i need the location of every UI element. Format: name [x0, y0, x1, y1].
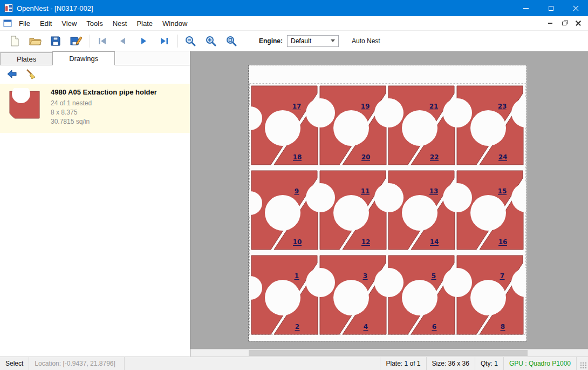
tab-drawings[interactable]: Drawings: [52, 51, 115, 65]
svg-text:14: 14: [430, 238, 439, 246]
svg-text:12: 12: [361, 238, 371, 246]
next-plate-button[interactable]: [135, 33, 152, 49]
svg-text:2: 2: [295, 323, 299, 331]
svg-text:13: 13: [429, 187, 439, 195]
menu-item-window[interactable]: Window: [158, 17, 192, 30]
title-bar: OpenNest - [N0317-002]: [0, 0, 588, 16]
svg-text:7: 7: [500, 272, 504, 280]
plate[interactable]: 171819202122232491011121314151612345678: [249, 65, 527, 341]
auto-nest-button[interactable]: Auto Nest: [347, 35, 385, 47]
menu-item-view[interactable]: View: [57, 17, 81, 30]
close-icon: [573, 5, 579, 11]
zoom-fit-icon: [225, 35, 237, 47]
svg-text:5: 5: [432, 272, 436, 280]
svg-text:4: 4: [364, 323, 368, 331]
menu-item-plate[interactable]: Plate: [132, 17, 158, 30]
mdi-window-controls: [544, 18, 585, 29]
last-icon: [159, 36, 169, 46]
zoom-out-icon: [184, 35, 196, 47]
move-part-button[interactable]: [4, 67, 19, 81]
scrollbar-thumb[interactable]: [249, 350, 528, 356]
zoom-out-button[interactable]: [182, 33, 199, 49]
maximize-button[interactable]: [538, 0, 563, 16]
drawing-area: 30.7815 sq/in: [51, 117, 157, 126]
svg-text:6: 6: [432, 323, 436, 331]
main-toolbar: Engine: Default Auto Nest: [0, 31, 588, 51]
svg-text:10: 10: [293, 238, 302, 246]
svg-text:11: 11: [361, 187, 370, 195]
horizontal-scrollbar[interactable]: [190, 349, 588, 356]
save-as-icon: [70, 35, 83, 47]
engine-value: Default: [291, 37, 331, 45]
app-icon: [4, 4, 13, 12]
chevron-down-icon: [331, 39, 335, 42]
next-icon: [138, 36, 149, 46]
tab-plates[interactable]: Plates: [0, 52, 53, 65]
clear-button[interactable]: [24, 67, 39, 81]
previous-icon: [118, 36, 128, 46]
zoom-in-button[interactable]: [203, 33, 219, 49]
mdi-restore-button[interactable]: [558, 18, 571, 29]
drawing-nested-count: 24 of 1 nested: [51, 99, 157, 108]
svg-text:8: 8: [501, 323, 505, 331]
toolbar-separator: [177, 35, 178, 48]
svg-text:15: 15: [498, 187, 507, 195]
svg-text:24: 24: [498, 153, 508, 161]
menu-item-edit[interactable]: Edit: [35, 17, 57, 30]
new-file-icon: [9, 35, 20, 47]
maximize-icon: [549, 6, 553, 11]
close-button[interactable]: [563, 0, 588, 16]
side-panel: Plates Drawings 4980 A05 Extra: [0, 51, 190, 356]
mdi-minimize-button[interactable]: [544, 18, 557, 29]
svg-text:19: 19: [361, 103, 370, 110]
app-window: { "window": { "title": "OpenNest - [N031…: [0, 0, 588, 370]
content-area: Plates Drawings 4980 A05 Extra: [0, 51, 588, 356]
drawing-info: 4980 A05 Extraction pipe holder 24 of 1 …: [51, 88, 157, 126]
menu-item-nest[interactable]: Nest: [108, 17, 132, 30]
minimize-button[interactable]: [514, 0, 538, 16]
engine-select[interactable]: Default: [287, 35, 339, 47]
toolbar-separator: [90, 35, 90, 48]
drawing-list-item[interactable]: 4980 A05 Extraction pipe holder 24 of 1 …: [0, 84, 190, 133]
first-icon: [97, 36, 108, 46]
save-icon: [50, 35, 61, 47]
resize-grip-cell: [576, 357, 588, 370]
nest-canvas[interactable]: 171819202122232491011121314151612345678: [190, 51, 588, 356]
svg-text:20: 20: [361, 153, 371, 161]
resize-grip[interactable]: [580, 362, 587, 369]
window-controls: [514, 0, 588, 16]
mdi-restore-icon: [562, 22, 566, 25]
svg-text:17: 17: [292, 103, 302, 110]
status-size: Size: 36 x 36: [426, 357, 475, 370]
last-plate-button[interactable]: [156, 33, 172, 49]
tab-strip: Plates Drawings: [0, 51, 190, 65]
svg-text:3: 3: [363, 272, 367, 280]
zoom-in-icon: [205, 35, 217, 47]
first-plate-button[interactable]: [94, 33, 111, 49]
svg-text:21: 21: [429, 103, 439, 110]
svg-text:1: 1: [295, 272, 299, 280]
status-qty: Qty: 1: [475, 357, 503, 370]
window-title: OpenNest - [N0317-002]: [17, 4, 93, 12]
document-icon: [3, 19, 12, 27]
minimize-icon: [523, 8, 529, 9]
engine-group: Engine: Default Auto Nest: [259, 35, 385, 47]
broom-icon: [25, 68, 37, 80]
zoom-fit-button[interactable]: [223, 33, 240, 49]
engine-label: Engine:: [259, 37, 283, 45]
svg-text:22: 22: [430, 153, 439, 161]
drawing-dimensions: 8 x 8.375: [51, 108, 157, 117]
mdi-close-button[interactable]: [572, 18, 585, 29]
new-button[interactable]: [6, 33, 23, 49]
previous-plate-button[interactable]: [115, 33, 131, 49]
part-thumbnail: [8, 88, 42, 122]
nest-svg[interactable]: 171819202122232491011121314151612345678: [249, 65, 527, 341]
open-button[interactable]: [27, 33, 43, 49]
save-as-button[interactable]: [68, 33, 84, 49]
status-mode: Select: [0, 357, 29, 370]
menu-item-file[interactable]: File: [14, 17, 35, 30]
svg-text:9: 9: [295, 187, 299, 195]
menu-item-tools[interactable]: Tools: [81, 17, 107, 30]
save-button[interactable]: [47, 33, 64, 49]
svg-text:16: 16: [498, 238, 508, 246]
